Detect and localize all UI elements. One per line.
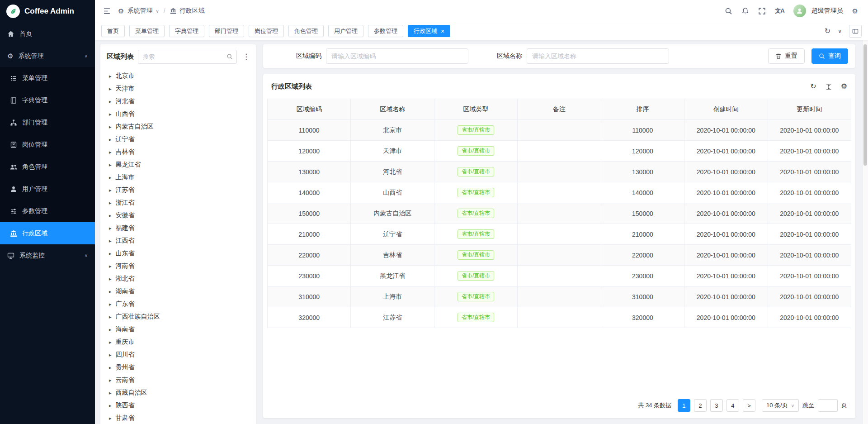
refresh-icon[interactable]: ↻ xyxy=(810,83,816,90)
region-name-input[interactable] xyxy=(527,48,669,64)
tree-search-input[interactable] xyxy=(138,50,237,64)
tree-node[interactable]: ▸ 江苏省 xyxy=(100,184,256,196)
caret-right-icon: ▸ xyxy=(109,263,112,269)
tree-node[interactable]: ▸ 海南省 xyxy=(100,323,256,336)
table-row[interactable]: 230000 黑龙江省 省市/直辖市 230000 2020-10-01 00:… xyxy=(268,266,851,286)
tree-node[interactable]: ▸ 福建省 xyxy=(100,222,256,234)
tab-label: 用户管理 xyxy=(334,27,358,35)
row-height-icon[interactable] xyxy=(826,83,832,90)
tree-node[interactable]: ▸ 四川省 xyxy=(100,348,256,361)
tree-node[interactable]: ▸ 河南省 xyxy=(100,260,256,272)
page-button-1[interactable]: 1 xyxy=(678,399,690,412)
tab-user-mgmt[interactable]: 用户管理 xyxy=(328,25,363,37)
tree-node[interactable]: ▸ 天津市 xyxy=(100,82,256,95)
next-page-button[interactable]: > xyxy=(743,399,755,412)
tree-node[interactable]: ▸ 安徽省 xyxy=(100,209,256,222)
tree-node[interactable]: ▸ 贵州省 xyxy=(100,361,256,374)
sidebar-item-param-mgmt[interactable]: 参数管理 xyxy=(0,200,95,222)
bell-icon[interactable] xyxy=(741,7,749,15)
page-button-2[interactable]: 2 xyxy=(694,399,707,412)
tab-post-mgmt[interactable]: 岗位管理 xyxy=(249,25,284,37)
layout-panel-icon[interactable] xyxy=(849,25,862,38)
tree-node-label: 四川省 xyxy=(116,351,135,359)
cell-region-code: 140000 xyxy=(268,182,351,203)
app-title: Coffee Admin xyxy=(24,7,74,16)
cell-region-name: 上海市 xyxy=(351,286,434,307)
sidebar-item-monitor[interactable]: 系统监控 ∨ xyxy=(0,244,95,267)
chevron-down-icon[interactable]: ∨ xyxy=(838,29,842,34)
search-button[interactable]: 查询 xyxy=(811,48,848,64)
tab-param-mgmt[interactable]: 参数管理 xyxy=(368,25,403,37)
sidebar-item-post-mgmt[interactable]: 岗位管理 xyxy=(0,133,95,156)
sidebar-item-user-mgmt[interactable]: 用户管理 xyxy=(0,178,95,200)
close-icon[interactable]: × xyxy=(441,28,444,34)
reset-button[interactable]: 重置 xyxy=(768,48,805,64)
breadcrumb-section[interactable]: 系统管理 xyxy=(127,7,152,15)
tree-node[interactable]: ▸ 辽宁省 xyxy=(100,133,256,146)
gear-icon[interactable]: ⚙ xyxy=(841,83,847,90)
table-row[interactable]: 320000 江苏省 省市/直辖市 320000 2020-10-01 00:0… xyxy=(268,307,851,328)
tree-node[interactable]: ▸ 上海市 xyxy=(100,171,256,184)
collapse-sidebar-icon[interactable] xyxy=(103,7,111,15)
sidebar-item-role-mgmt[interactable]: 角色管理 xyxy=(0,156,95,178)
tree-node[interactable]: ▸ 重庆市 xyxy=(100,336,256,348)
tree-node[interactable]: ▸ 河北省 xyxy=(100,95,256,108)
more-options-icon[interactable]: ⋮ xyxy=(241,52,251,62)
tree-node[interactable]: ▸ 广东省 xyxy=(100,298,256,310)
chevron-right-icon: > xyxy=(747,402,751,409)
tree-node[interactable]: ▸ 浙江省 xyxy=(100,196,256,209)
tab-home[interactable]: 首页 xyxy=(101,25,125,37)
tree-node[interactable]: ▸ 黑龙江省 xyxy=(100,158,256,171)
sidebar-item-dict-mgmt[interactable]: 字典管理 xyxy=(0,89,95,111)
table-row[interactable]: 310000 上海市 省市/直辖市 310000 2020-10-01 00:0… xyxy=(268,286,851,307)
table-row[interactable]: 220000 吉林省 省市/直辖市 220000 2020-10-01 00:0… xyxy=(268,245,851,266)
table-row[interactable]: 150000 内蒙古自治区 省市/直辖市 150000 2020-10-01 0… xyxy=(268,203,851,224)
refresh-icon[interactable]: ↻ xyxy=(825,28,830,35)
cell-created-time: 2020-10-01 00:00:00 xyxy=(684,203,768,224)
search-icon[interactable] xyxy=(725,7,732,15)
tab-role-mgmt[interactable]: 角色管理 xyxy=(288,25,324,37)
avatar[interactable] xyxy=(793,5,806,17)
fullscreen-icon[interactable] xyxy=(758,7,766,15)
tree-node[interactable]: ▸ 内蒙古自治区 xyxy=(100,120,256,133)
table-row[interactable]: 110000 北京市 省市/直辖市 110000 2020-10-01 00:0… xyxy=(268,120,851,141)
page-size-select[interactable]: 10 条/页 ∨ xyxy=(762,399,799,412)
cell-region-code: 230000 xyxy=(268,266,351,286)
tree-panel-header: 区域列表 ⋮ xyxy=(100,44,256,68)
tree-node[interactable]: ▸ 山西省 xyxy=(100,108,256,120)
app-logo: Coffee Admin xyxy=(0,0,95,23)
table-row[interactable]: 130000 河北省 省市/直辖市 130000 2020-10-01 00:0… xyxy=(268,162,851,182)
table-row[interactable]: 140000 山西省 省市/直辖市 140000 2020-10-01 00:0… xyxy=(268,182,851,203)
sidebar-item-menu-mgmt[interactable]: 菜单管理 xyxy=(0,67,95,89)
tab-dict-mgmt[interactable]: 字典管理 xyxy=(169,25,204,37)
tree-node[interactable]: ▸ 吉林省 xyxy=(100,146,256,158)
tree-node[interactable]: ▸ 江西省 xyxy=(100,234,256,247)
page-button-3[interactable]: 3 xyxy=(710,399,723,412)
tree-node[interactable]: ▸ 湖南省 xyxy=(100,285,256,298)
tab-region[interactable]: 行政区域 × xyxy=(408,25,450,37)
tree-node[interactable]: ▸ 广西壮族自治区 xyxy=(100,310,256,323)
vertical-scrollbar[interactable] xyxy=(862,40,868,424)
sidebar-item-system-mgmt[interactable]: ⚙ 系统管理 ∧ xyxy=(0,45,95,67)
sidebar-item-region[interactable]: 行政区域 xyxy=(0,222,95,244)
tree-node[interactable]: ▸ 北京市 xyxy=(100,70,256,82)
tree-node[interactable]: ▸ 山东省 xyxy=(100,247,256,260)
tree-node[interactable]: ▸ 湖北省 xyxy=(100,272,256,285)
page-button-4[interactable]: 4 xyxy=(726,399,739,412)
sidebar-item-dept-mgmt[interactable]: 部门管理 xyxy=(0,111,95,133)
jump-page-input[interactable] xyxy=(818,399,838,412)
tree-node[interactable]: ▸ 西藏自治区 xyxy=(100,386,256,399)
tree-node[interactable]: ▸ 甘肃省 xyxy=(100,412,256,424)
scrollbar-thumb[interactable] xyxy=(863,44,867,166)
cell-sort: 320000 xyxy=(601,307,684,328)
tree-node[interactable]: ▸ 云南省 xyxy=(100,374,256,386)
region-code-input[interactable] xyxy=(326,48,468,64)
settings-gear-icon[interactable]: ⚙ xyxy=(852,8,858,14)
tab-dept-mgmt[interactable]: 部门管理 xyxy=(209,25,244,37)
table-row[interactable]: 120000 天津市 省市/直辖市 120000 2020-10-01 00:0… xyxy=(268,141,851,162)
translate-icon[interactable]: 文A xyxy=(775,7,784,15)
sidebar-item-home[interactable]: 首页 xyxy=(0,23,95,45)
tree-node[interactable]: ▸ 陕西省 xyxy=(100,399,256,412)
table-row[interactable]: 210000 辽宁省 省市/直辖市 210000 2020-10-01 00:0… xyxy=(268,224,851,245)
tab-menu-mgmt[interactable]: 菜单管理 xyxy=(129,25,165,37)
